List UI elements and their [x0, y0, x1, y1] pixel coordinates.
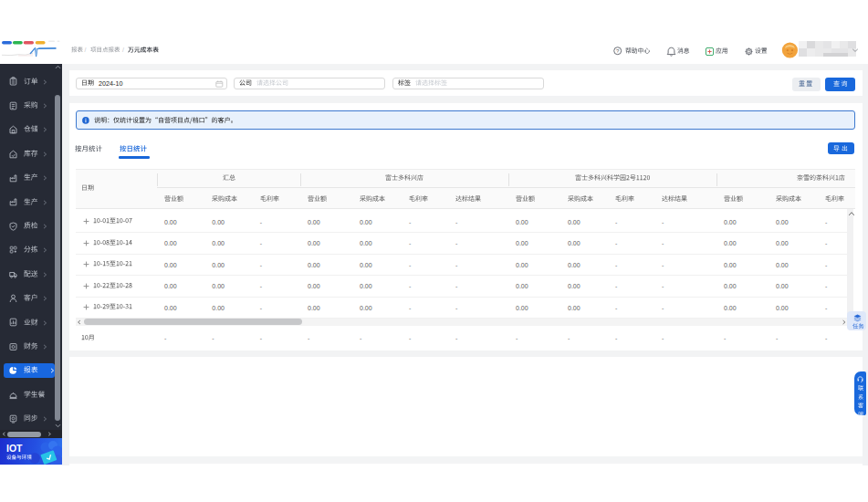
svg-text:?: ?	[616, 48, 620, 54]
svg-text:IOT: IOT	[6, 442, 23, 453]
